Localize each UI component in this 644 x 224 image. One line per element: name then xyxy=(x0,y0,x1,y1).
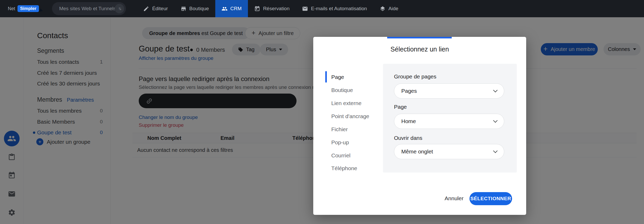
chevron-down-icon xyxy=(493,88,498,93)
nav-item-boutique[interactable]: Boutique xyxy=(174,0,215,17)
people-icon xyxy=(222,6,228,12)
top-nav: Net Simpler Mes sites Web et Tunnels ↑↓ … xyxy=(0,0,644,17)
field-label-groupe-de-pages: Groupe de pages xyxy=(394,73,436,80)
calendar-icon xyxy=(254,6,260,12)
selected-value: Même onglet xyxy=(401,148,433,155)
nav-item-editeur[interactable]: Éditeur xyxy=(137,0,174,17)
logo-prefix: Net xyxy=(8,6,15,12)
nav-item-label: Aide xyxy=(388,6,398,12)
select-button[interactable]: SÉLECTIONNER xyxy=(469,192,512,205)
nav-item-label: CRM xyxy=(230,6,242,12)
tab-boutique[interactable]: Boutique xyxy=(331,87,353,93)
mail-icon xyxy=(302,6,308,12)
swap-arrows-icon[interactable]: ↑↓ xyxy=(115,4,124,13)
layers-icon xyxy=(380,6,386,12)
tab-page[interactable]: Page xyxy=(331,74,344,80)
nav-item-aide[interactable]: Aide xyxy=(373,0,405,17)
cancel-button[interactable]: Annuler xyxy=(440,194,468,203)
pencil-icon xyxy=(143,6,149,12)
storefront-icon xyxy=(181,6,187,12)
nav-item-label: Éditeur xyxy=(152,6,168,12)
nav-item-label: Réservation xyxy=(263,6,289,12)
dialog-title: Sélectionnez un lien xyxy=(313,45,526,53)
nav-item-reservation[interactable]: Réservation xyxy=(248,0,296,17)
site-switcher-label: Mes sites Web et Tunnels xyxy=(59,6,115,12)
active-tab-indicator xyxy=(325,71,327,83)
site-switcher[interactable]: Mes sites Web et Tunnels ↑↓ xyxy=(52,2,126,15)
nav-item-label: Boutique xyxy=(189,6,209,12)
logo-badge: Simpler xyxy=(18,5,39,12)
nav-item-crm[interactable]: CRM xyxy=(215,0,248,17)
nav-item-emails[interactable]: E-mails et Automatisation xyxy=(296,0,373,17)
tab-pop-up[interactable]: Pop-up xyxy=(331,139,349,146)
loading-bar xyxy=(387,37,452,38)
nav-item-label: E-mails et Automatisation xyxy=(311,6,367,12)
select-link-dialog: Sélectionnez un lien Page Boutique Lien … xyxy=(313,37,526,215)
logo: Net Simpler xyxy=(8,5,43,13)
page-group-select[interactable]: Pages xyxy=(394,83,504,99)
chevron-down-icon xyxy=(493,118,498,123)
selected-value: Pages xyxy=(401,88,417,94)
cursor-icon xyxy=(39,8,44,13)
tab-lien-externe[interactable]: Lien externe xyxy=(331,100,362,106)
tab-courriel[interactable]: Courriel xyxy=(331,152,351,159)
page-select[interactable]: Home xyxy=(394,114,504,129)
open-in-select[interactable]: Même onglet xyxy=(394,144,504,159)
tab-telephone[interactable]: Téléphone xyxy=(331,165,357,171)
tab-point-ancrage[interactable]: Point d'ancrage xyxy=(331,113,369,119)
field-label-ouvrir-dans: Ouvrir dans xyxy=(394,135,422,141)
nav-items: Éditeur Boutique CRM Réservation E-mails… xyxy=(137,0,404,17)
tab-fichier[interactable]: Fichier xyxy=(331,126,348,133)
chevron-down-icon xyxy=(493,149,498,153)
field-label-page: Page xyxy=(394,104,407,110)
app-root: Net Simpler Mes sites Web et Tunnels ↑↓ … xyxy=(0,0,644,224)
selected-value: Home xyxy=(401,118,416,124)
